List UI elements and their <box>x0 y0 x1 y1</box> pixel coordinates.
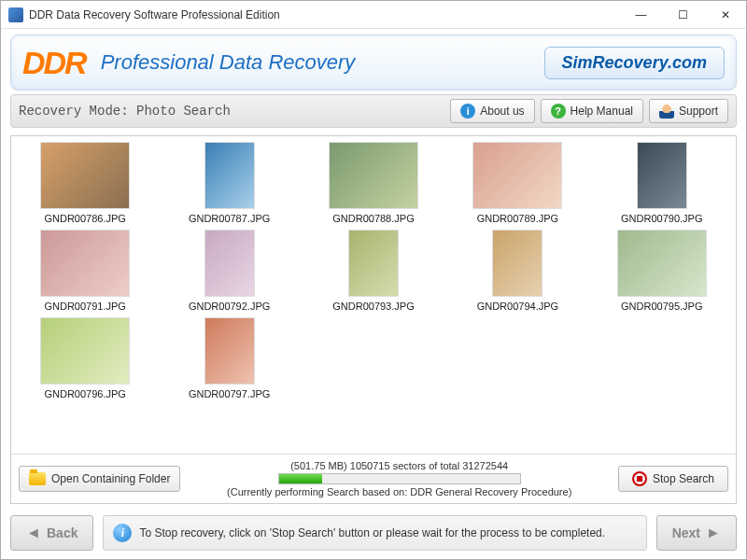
app-icon <box>8 7 23 22</box>
thumbnail-image <box>204 230 255 297</box>
thumbnail-filename: GNDR00796.JPG <box>44 388 125 399</box>
open-folder-button[interactable]: Open Containing Folder <box>19 466 180 492</box>
next-button[interactable]: Next ► <box>656 515 737 551</box>
help-button[interactable]: ? Help Manual <box>541 99 643 123</box>
titlebar: DDR Data Recovery Software Professional … <box>1 1 746 29</box>
thumbnail-filename: GNDR00792.JPG <box>189 301 270 312</box>
thumbnail-filename: GNDR00791.JPG <box>44 301 125 312</box>
thumbnail-item[interactable]: GNDR00788.JPG <box>303 142 444 224</box>
thumbnail-image <box>204 142 255 209</box>
thumbnail-image <box>472 142 562 209</box>
info-text: To Stop recovery, click on 'Stop Search'… <box>139 526 605 539</box>
thumbnail-filename: GNDR00794.JPG <box>477 301 558 312</box>
help-icon: ? <box>551 104 566 119</box>
recovery-mode-label: Recovery Mode: Photo Search <box>19 104 444 119</box>
toolbar: Recovery Mode: Photo Search i About us ?… <box>10 94 737 128</box>
thumbnail-filename: GNDR00793.JPG <box>332 301 414 312</box>
about-button[interactable]: i About us <box>450 99 534 123</box>
info-icon: i <box>113 524 132 542</box>
stop-icon <box>632 471 647 486</box>
banner: DDR Professional Data Recovery SimRecove… <box>10 35 737 91</box>
thumbnail-item[interactable]: GNDR00790.JPG <box>592 142 732 224</box>
person-icon <box>659 104 674 119</box>
progress-note: (Currently performing Search based on: D… <box>227 486 571 497</box>
thumbnail-image <box>348 230 399 297</box>
window-controls: — ☐ ✕ <box>620 1 746 28</box>
info-icon: i <box>460 104 475 119</box>
thumbnail-filename: GNDR00790.JPG <box>621 213 702 224</box>
progress-bar <box>278 473 521 484</box>
support-button[interactable]: Support <box>649 99 728 123</box>
open-folder-label: Open Containing Folder <box>51 472 170 485</box>
about-label: About us <box>480 105 524 118</box>
thumbnail-image <box>492 230 543 297</box>
banner-title: Professional Data Recovery <box>101 50 544 75</box>
minimize-button[interactable]: — <box>620 1 662 28</box>
results-frame: GNDR00786.JPGGNDR00787.JPGGNDR00788.JPGG… <box>10 135 737 504</box>
progress-center: (501.75 MB) 1050715 sectors of total 312… <box>190 460 609 497</box>
thumbnail-item[interactable]: GNDR00791.JPG <box>15 230 155 312</box>
chevron-right-icon: ► <box>706 525 721 540</box>
window-title: DDR Data Recovery Software Professional … <box>29 8 620 21</box>
thumbnail-image <box>617 230 707 297</box>
brand-link[interactable]: SimRecovery.com <box>544 47 725 79</box>
thumbnail-image <box>637 142 687 209</box>
thumbnail-image <box>40 142 130 209</box>
thumbnail-filename: GNDR00786.JPG <box>44 213 125 224</box>
thumbnail-image <box>204 317 255 385</box>
thumbnail-image <box>329 142 418 209</box>
thumbnail-item[interactable]: GNDR00786.JPG <box>15 142 155 224</box>
back-label: Back <box>47 525 78 540</box>
thumbnail-filename: GNDR00787.JPG <box>189 213 270 224</box>
close-button[interactable]: ✕ <box>704 1 746 28</box>
thumbnail-item[interactable]: GNDR00794.JPG <box>447 230 587 312</box>
chevron-left-icon: ◄ <box>26 525 41 540</box>
maximize-button[interactable]: ☐ <box>662 1 704 28</box>
thumbnail-item[interactable]: GNDR00792.JPG <box>159 230 299 312</box>
footer: ◄ Back i To Stop recovery, click on 'Sto… <box>1 508 746 558</box>
progress-status: (501.75 MB) 1050715 sectors of total 312… <box>290 460 508 471</box>
info-bar: i To Stop recovery, click on 'Stop Searc… <box>103 515 646 551</box>
results-scroll[interactable]: GNDR00786.JPGGNDR00787.JPGGNDR00788.JPGG… <box>11 136 736 454</box>
back-button[interactable]: ◄ Back <box>10 515 93 551</box>
ddr-logo: DDR <box>22 45 86 81</box>
thumbnail-filename: GNDR00789.JPG <box>477 213 558 224</box>
thumbnail-item[interactable]: GNDR00787.JPG <box>159 142 299 224</box>
stop-search-button[interactable]: Stop Search <box>618 466 728 492</box>
thumbnail-filename: GNDR00795.JPG <box>621 301 702 312</box>
thumbnail-item[interactable]: GNDR00796.JPG <box>15 317 155 399</box>
thumbnail-image <box>40 317 130 385</box>
thumbnail-filename: GNDR00797.JPG <box>189 388 270 399</box>
folder-icon <box>29 472 46 485</box>
next-label: Next <box>672 525 700 540</box>
thumbnail-item[interactable]: GNDR00797.JPG <box>159 317 299 399</box>
thumbnail-item[interactable]: GNDR00789.JPG <box>447 142 587 224</box>
thumbnail-item[interactable]: GNDR00793.JPG <box>303 230 444 312</box>
thumbnail-item[interactable]: GNDR00795.JPG <box>592 230 732 312</box>
thumbnail-grid: GNDR00786.JPGGNDR00787.JPGGNDR00788.JPGG… <box>15 142 732 399</box>
thumbnail-image <box>40 230 130 297</box>
thumbnail-filename: GNDR00788.JPG <box>332 213 414 224</box>
help-label: Help Manual <box>571 105 633 118</box>
progress-fill <box>279 474 322 483</box>
stop-label: Stop Search <box>653 472 714 485</box>
progress-row: Open Containing Folder (501.75 MB) 10507… <box>11 454 736 503</box>
support-label: Support <box>679 105 718 118</box>
